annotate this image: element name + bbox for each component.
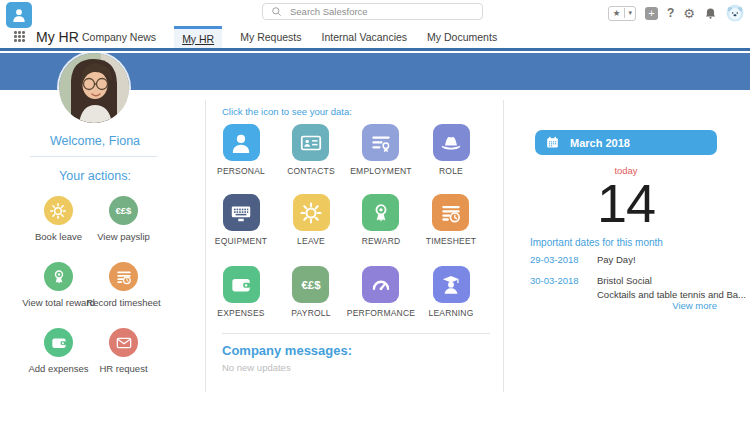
divider (30, 156, 157, 157)
tile-learning[interactable]: LEARNING (428, 266, 473, 336)
document-badge-icon (368, 130, 394, 156)
tile-performance[interactable]: PERFORMANCE (347, 266, 415, 336)
event-title: Bristol Social (597, 275, 652, 286)
person-icon (228, 130, 254, 156)
calendar-month-label: March 2018 (570, 137, 630, 149)
event-description: Cocktails and table tennis and Ba... (597, 289, 746, 300)
notifications-bell-icon[interactable] (704, 7, 717, 20)
medal-icon (368, 200, 394, 226)
welcome-message: Welcome, Fiona (0, 134, 190, 148)
wallet-icon (228, 272, 254, 298)
action-hr-request[interactable]: HR request (99, 328, 147, 394)
company-messages-title: Company messages: (222, 343, 352, 358)
hat-icon (438, 130, 464, 156)
chevron-down-icon: ▾ (625, 9, 635, 17)
action-book-leave[interactable]: Book leave (35, 196, 82, 262)
currency-icon: €£$ (301, 279, 320, 291)
tile-grid: PERSONAL CONTACTS (206, 124, 486, 336)
divider (222, 333, 490, 334)
person-icon (10, 6, 28, 24)
today-date: 14 (535, 172, 717, 234)
tab-company-news[interactable]: Company News (80, 26, 158, 48)
graduate-icon (438, 272, 464, 298)
tile-expenses[interactable]: EXPENSES (217, 266, 264, 336)
timesheet-clock-icon (114, 267, 134, 287)
tile-contacts[interactable]: CONTACTS (287, 124, 335, 194)
action-view-payslip[interactable]: €£$ View payslip (97, 196, 150, 262)
profile-photo-image (59, 53, 129, 123)
search-input[interactable] (288, 5, 462, 18)
tile-timesheet[interactable]: TIMESHEET (426, 194, 476, 266)
action-view-total-reward[interactable]: View total reward (22, 262, 95, 328)
calendar-icon (545, 135, 560, 150)
action-add-expenses[interactable]: Add expenses (28, 328, 88, 394)
event-date: 29-03-2018 (530, 254, 579, 265)
tile-role[interactable]: ROLE (433, 124, 470, 194)
tile-reward[interactable]: REWARD (362, 194, 401, 266)
wallet-icon (49, 333, 69, 353)
profile-photo (59, 53, 129, 123)
tab-my-hr[interactable]: My HR (174, 26, 222, 48)
user-avatar[interactable] (726, 4, 744, 22)
favorites-star-icon: ★ (609, 8, 626, 18)
favorites-button[interactable]: ★ ▾ (608, 6, 636, 21)
calendar-month-header[interactable]: March 2018 (535, 130, 717, 155)
sun-icon (298, 200, 324, 226)
currency-icon: €£$ (116, 205, 132, 216)
medal-icon (49, 267, 69, 287)
actions-grid: Book leave €£$ View payslip View tot (26, 196, 156, 394)
your-actions-title: Your actions: (0, 169, 190, 183)
tab-my-requests[interactable]: My Requests (238, 26, 303, 48)
envelope-icon (114, 333, 134, 353)
app-name: My HR (36, 29, 79, 45)
sun-icon (48, 201, 68, 221)
tile-personal[interactable]: PERSONAL (217, 124, 265, 194)
tab-my-documents[interactable]: My Documents (425, 26, 499, 48)
event-date: 30-03-2018 (530, 275, 579, 286)
app-launcher-waffle-icon[interactable] (14, 31, 26, 43)
tile-employment[interactable]: EMPLOYMENT (350, 124, 412, 194)
timesheet-clock-icon (438, 200, 464, 226)
action-record-timesheet[interactable]: Record timesheet (86, 262, 160, 328)
setup-gear-icon[interactable]: ⚙ (683, 7, 695, 20)
important-dates-title: Important dates for this month (530, 237, 663, 248)
tab-bar: My HR Company News My HR My Requests Int… (0, 26, 750, 51)
global-header: ★ ▾ + ? ⚙ (0, 0, 750, 26)
koala-avatar-icon (726, 4, 744, 22)
tab-list: Company News My HR My Requests Internal … (80, 26, 499, 48)
company-messages-empty: No new updates (222, 362, 291, 373)
gauge-icon (368, 272, 394, 298)
data-section-title: Click the icon to see your data: (222, 106, 352, 117)
divider-right (503, 100, 504, 392)
header-actions: ★ ▾ + ? ⚙ (608, 0, 744, 26)
view-more-link[interactable]: View more (535, 300, 717, 311)
tab-internal-vacancies[interactable]: Internal Vacancies (320, 26, 410, 48)
search-icon (271, 6, 282, 17)
id-card-icon (298, 130, 324, 156)
tile-equipment[interactable]: EQUIPMENT (215, 194, 267, 266)
tile-leave[interactable]: LEAVE (293, 194, 330, 266)
help-icon[interactable]: ? (667, 6, 674, 20)
global-search[interactable] (262, 3, 483, 20)
tile-payroll[interactable]: €£$ PAYROLL (291, 266, 330, 336)
event-title: Pay Day! (597, 254, 636, 265)
keyboard-icon (228, 200, 254, 226)
add-button[interactable]: + (645, 7, 658, 20)
salesforce-my-hr-app: ★ ▾ + ? ⚙ (0, 0, 750, 422)
app-logo[interactable] (6, 2, 32, 28)
